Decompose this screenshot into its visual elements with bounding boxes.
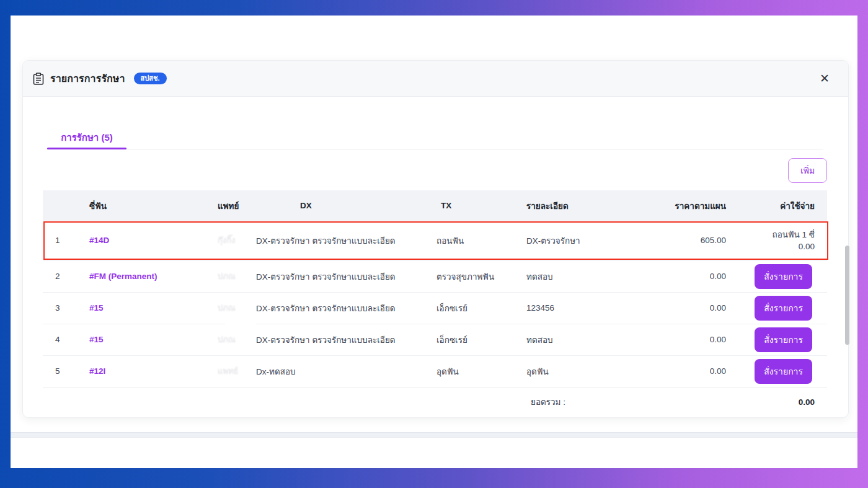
- doctor-name: แพทย์: [218, 366, 238, 376]
- treatment-list-modal: รายการการรักษา สปสช. ✕ การรักษา (5) เพิ่…: [22, 60, 849, 418]
- table-row: 1 #14D กุ๊งกิ๊ง DX-ตรวจรักษา ตรวจรักษาแบ…: [43, 221, 827, 260]
- plan-price-cell: 605.00: [608, 221, 726, 260]
- modal-header: รายการการรักษา สปสช. ✕: [23, 61, 848, 97]
- plan-price-cell: 0.00: [608, 355, 726, 387]
- page-background: รายการการรักษา สปสช. ✕ การรักษา (5) เพิ่…: [11, 16, 857, 468]
- order-button[interactable]: สั่งรายการ: [755, 327, 812, 352]
- row-number: 5: [43, 355, 81, 387]
- dx-cell: Dx-ทดสอบ: [249, 355, 428, 387]
- clipboard-icon: [33, 73, 44, 85]
- header-plan-price: ราคาตามแผน: [608, 190, 726, 221]
- tab-divider: [47, 149, 823, 149]
- total-value: 0.00: [726, 387, 827, 417]
- tooth-link[interactable]: #15: [89, 335, 104, 344]
- header-cost: ค่าใช้จ่าย: [726, 190, 827, 221]
- table-row: 5 #12I แพทย์ Dx-ทดสอบ อุดฟัน อุดฟัน 0.00…: [43, 355, 827, 387]
- tab-active-underline: [47, 148, 126, 149]
- close-icon[interactable]: ✕: [817, 71, 832, 86]
- tooth-link[interactable]: #14D: [89, 236, 109, 245]
- table-row: 4 #15 ปภณ DX-ตรวจรักษา ตรวจรักษาแบบละเอี…: [43, 324, 827, 355]
- doctor-name: ปภณ: [218, 303, 236, 313]
- header-tooth: ซี่ฟัน: [81, 190, 205, 221]
- order-button[interactable]: สั่งรายการ: [755, 359, 812, 384]
- doctor-name: กุ๊งกิ๊ง: [218, 236, 235, 245]
- add-button[interactable]: เพิ่ม: [788, 158, 827, 183]
- plan-price-cell: 0.00: [608, 260, 726, 292]
- page-footer-divider: [11, 432, 857, 438]
- header-tx: TX: [428, 190, 518, 221]
- cost-item-label: ถอนฟัน 1 ซี่: [726, 229, 815, 241]
- detail-cell: ทดสอบ: [518, 260, 608, 292]
- tx-cell: ถอนฟัน: [428, 221, 518, 260]
- detail-cell: อุดฟัน: [518, 355, 608, 387]
- row-number: 3: [43, 292, 81, 324]
- plan-price-cell: 0.00: [608, 324, 726, 355]
- header-row-number: [43, 190, 81, 221]
- tx-cell: เอ็กซเรย์: [428, 292, 518, 324]
- dx-cell: DX-ตรวจรักษา ตรวจรักษาแบบละเอียด: [249, 292, 428, 324]
- detail-cell: DX-ตรวจรักษา: [518, 221, 608, 260]
- table-row: 2 #FM (Permanent) ปภณ DX-ตรวจรักษา ตรวจร…: [43, 260, 827, 292]
- total-label: ยอดรวม :: [518, 387, 608, 417]
- nhso-badge: สปสช.: [134, 73, 167, 84]
- scrollbar-thumb[interactable]: [845, 246, 849, 345]
- table-header-row: ซี่ฟัน แพทย์ DX TX รายละเอียด ราคาตามแผน…: [43, 190, 827, 221]
- tx-cell: เอ็กซเรย์: [428, 324, 518, 355]
- plan-price-cell: 0.00: [608, 292, 726, 324]
- dx-cell: DX-ตรวจรักษา ตรวจรักษาแบบละเอียด: [249, 260, 428, 292]
- tooth-link[interactable]: #FM (Permanent): [89, 272, 157, 281]
- doctor-name: ปภณ: [218, 272, 236, 281]
- row-number: 1: [43, 221, 81, 260]
- table-row: 3 #15 ปภณ DX-ตรวจรักษา ตรวจรักษาแบบละเอี…: [43, 292, 827, 324]
- dx-cell: DX-ตรวจรักษา ตรวจรักษาแบบละเอียด: [249, 324, 428, 355]
- total-row: ยอดรวม : 0.00: [43, 387, 827, 417]
- tab-treatment[interactable]: การรักษา (5): [47, 130, 126, 145]
- treatment-table: ซี่ฟัน แพทย์ DX TX รายละเอียด ราคาตามแผน…: [43, 190, 827, 417]
- order-button[interactable]: สั่งรายการ: [755, 296, 812, 321]
- tx-cell: ตรวจสุขภาพฟัน: [428, 260, 518, 292]
- tooth-link[interactable]: #15: [89, 303, 104, 313]
- modal-title: รายการการรักษา: [50, 71, 125, 86]
- header-detail: รายละเอียด: [518, 190, 608, 221]
- dx-cell: DX-ตรวจรักษา ตรวจรักษาแบบละเอียด: [249, 221, 428, 260]
- header-doctor: แพทย์: [205, 190, 249, 221]
- order-button[interactable]: สั่งรายการ: [755, 264, 812, 289]
- header-dx: DX: [249, 190, 428, 221]
- doctor-name: ปภณ: [218, 335, 236, 344]
- tooth-link[interactable]: #12I: [89, 366, 105, 376]
- tx-cell: อุดฟัน: [428, 355, 518, 387]
- row-number: 2: [43, 260, 81, 292]
- detail-cell: ทดสอบ: [518, 324, 608, 355]
- cost-value: 0.00: [726, 241, 815, 252]
- detail-cell: 123456: [518, 292, 608, 324]
- row-number: 4: [43, 324, 81, 355]
- privacy-blur-patch: [225, 318, 256, 325]
